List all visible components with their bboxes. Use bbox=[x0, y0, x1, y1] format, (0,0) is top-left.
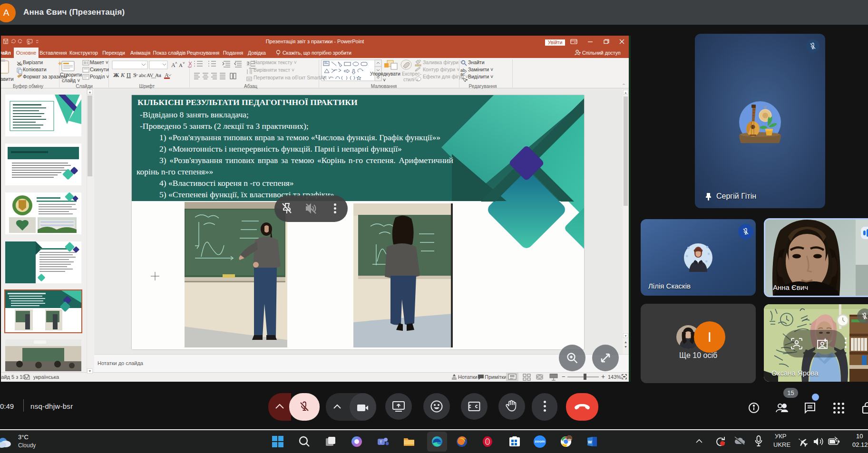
svg-text:Ж: Ж bbox=[113, 72, 119, 78]
svg-text:abc: abc bbox=[139, 72, 146, 78]
svg-text:A: A bbox=[179, 62, 183, 68]
svg-text:AV: AV bbox=[146, 72, 154, 78]
svg-text:S̶: S̶ bbox=[133, 72, 138, 78]
svg-text:К: К bbox=[120, 72, 125, 78]
svg-text:W: W bbox=[588, 440, 592, 444]
svg-text:T: T bbox=[380, 440, 382, 444]
svg-text:˅: ˅ bbox=[183, 61, 185, 65]
svg-text:П: П bbox=[127, 72, 131, 78]
svg-text:˄: ˄ bbox=[175, 61, 177, 65]
svg-text:A: A bbox=[165, 72, 169, 78]
